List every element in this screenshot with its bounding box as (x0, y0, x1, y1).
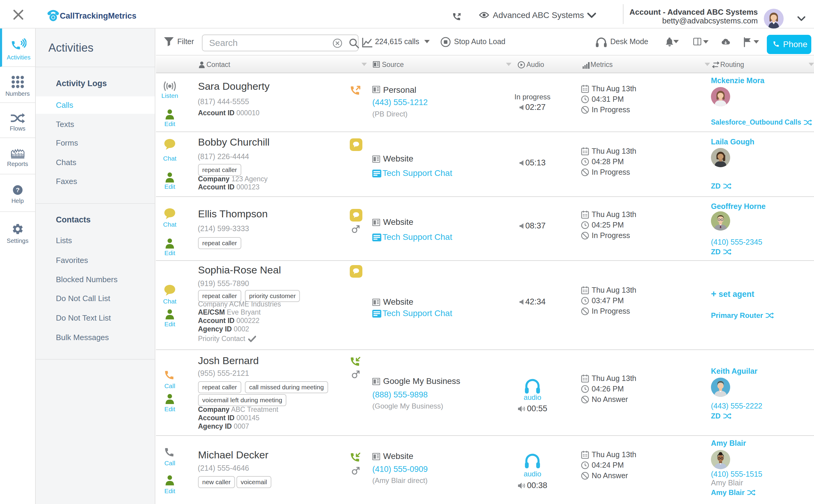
svg-text:?: ? (16, 186, 20, 193)
